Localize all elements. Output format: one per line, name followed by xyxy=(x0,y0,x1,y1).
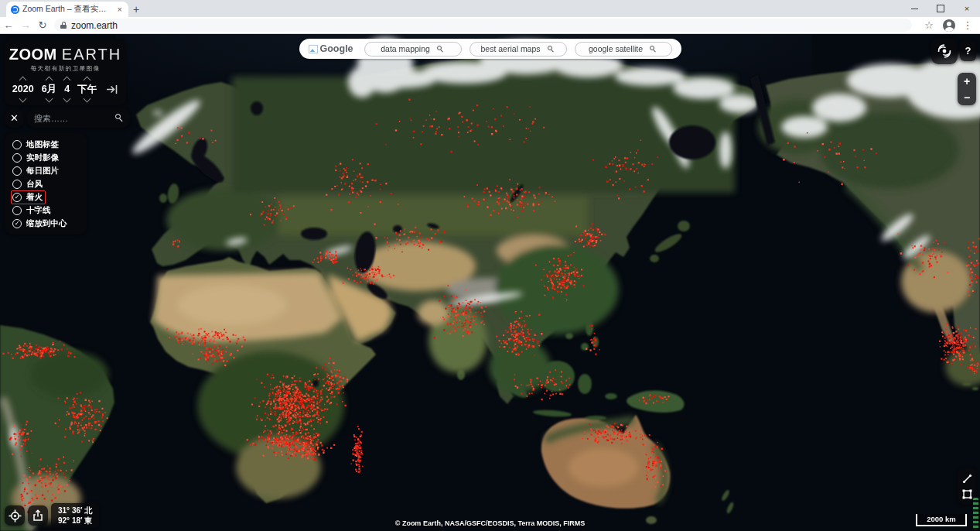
back-button[interactable]: ← xyxy=(0,19,17,31)
month-down-icon[interactable] xyxy=(45,95,53,103)
layer-item-6[interactable]: 十字线 xyxy=(9,204,83,217)
forward-button[interactable]: → xyxy=(17,19,34,31)
checked-circle-icon[interactable]: ✓ xyxy=(12,193,22,202)
layer-item-inner: 每日图片 xyxy=(11,164,62,178)
google-suggestion-pills: data mappingbest aerial mapsgoogle satel… xyxy=(364,42,672,57)
url-text: zoom.earth xyxy=(71,20,118,31)
scale-label: 2000 km xyxy=(927,516,956,523)
layer-item-1[interactable]: 地图标签 xyxy=(9,138,83,151)
google-pill-data-mapping[interactable]: data mapping xyxy=(364,42,462,57)
bookmark-star-icon[interactable]: ☆ xyxy=(920,19,938,31)
day-selector: 4 xyxy=(64,77,70,101)
brand-zoom: ZOOM xyxy=(9,46,57,63)
window-minimize-button[interactable] xyxy=(901,0,927,17)
layer-label: 台风 xyxy=(26,179,43,190)
layer-item-2[interactable]: 实时影像 xyxy=(9,151,83,164)
frame-area-icon xyxy=(961,488,973,500)
search-icon[interactable] xyxy=(114,113,125,123)
year-up-icon[interactable] xyxy=(19,77,27,84)
circle-icon[interactable] xyxy=(12,166,22,176)
restore-icon xyxy=(937,5,944,12)
storm-tracker-button[interactable] xyxy=(931,38,958,64)
year-value: 2020 xyxy=(12,84,34,94)
browser-menu-icon[interactable]: ⋮ xyxy=(960,19,975,31)
day-value: 4 xyxy=(64,84,70,94)
day-up-icon[interactable] xyxy=(63,77,71,84)
hurricane-icon xyxy=(936,43,953,60)
layer-item-3[interactable]: 每日图片 xyxy=(9,164,83,177)
scale-bar: 2000 km xyxy=(916,514,967,526)
search-input[interactable] xyxy=(32,113,114,124)
map-attribution: © Zoom Earth, NASA/GSFC/EOSDIS, Terra MO… xyxy=(0,519,980,527)
zoom-in-button[interactable]: + xyxy=(958,73,976,89)
skip-to-latest-button[interactable] xyxy=(106,84,118,94)
search-icon xyxy=(649,45,657,53)
day-down-icon[interactable] xyxy=(63,95,71,103)
search-icon xyxy=(547,45,555,53)
zoom-out-button[interactable]: − xyxy=(958,89,976,105)
circle-icon[interactable] xyxy=(12,153,22,163)
search-close-button[interactable]: ✕ xyxy=(5,108,24,128)
period-selector: 下午 xyxy=(77,77,97,101)
layer-label: 着火 xyxy=(26,192,43,203)
minimize-icon xyxy=(911,9,918,9)
google-logo: Google xyxy=(309,43,353,54)
browser-titlebar: Zoom Earth – 查看实时卫星图 × + × xyxy=(0,0,980,17)
layer-item-inner: ✓着火 xyxy=(11,190,46,204)
tab-close-icon[interactable]: × xyxy=(116,5,124,14)
period-up-icon[interactable] xyxy=(84,77,91,84)
browser-toolbar: ← → ↻ zoom.earth ☆ ⋮ xyxy=(0,17,980,34)
brand-tagline: 每天都有新的卫星图像 xyxy=(5,64,126,73)
address-bar[interactable]: zoom.earth xyxy=(54,19,912,32)
month-selector: 6月 xyxy=(42,77,56,101)
year-down-icon[interactable] xyxy=(19,95,27,103)
measure-distance-button[interactable] xyxy=(958,471,976,486)
browser-window: Zoom Earth – 查看实时卫星图 × + × ← → ↻ zoom.ea… xyxy=(0,0,980,531)
lock-icon xyxy=(60,22,67,29)
date-selector: 2020 6月 4 下午 xyxy=(5,77,126,101)
layer-item-5[interactable]: ✓着火 xyxy=(9,190,83,204)
google-logo-text: Google xyxy=(320,43,353,54)
month-up-icon[interactable] xyxy=(45,77,53,84)
google-pill-google-satellite[interactable]: google satellite xyxy=(575,42,672,57)
broken-image-icon xyxy=(309,45,318,53)
year-selector: 2020 xyxy=(12,77,34,101)
period-value: 下午 xyxy=(77,84,97,94)
ruler-line-icon xyxy=(961,473,973,485)
layer-item-inner: 十字线 xyxy=(11,204,54,218)
layer-item-inner: 实时影像 xyxy=(11,151,62,165)
google-search-bar: Google data mappingbest aerial mapsgoogl… xyxy=(299,39,681,59)
layer-item-7[interactable]: ✓缩放到中心 xyxy=(9,217,83,230)
brand-title: ZOOM EARTH xyxy=(5,46,126,63)
latitude-value: 31° 36′ 北 xyxy=(58,505,92,516)
google-pill-best-aerial-maps[interactable]: best aerial maps xyxy=(470,42,567,57)
layer-item-inner: ✓缩放到中心 xyxy=(11,217,70,231)
circle-icon[interactable] xyxy=(12,140,22,149)
arrow-to-end-icon xyxy=(106,84,118,94)
google-pill-label: best aerial maps xyxy=(481,44,541,53)
layer-label: 实时影像 xyxy=(26,152,59,163)
tab-title: Zoom Earth – 查看实时卫星图 xyxy=(22,4,113,15)
layer-item-4[interactable]: 台风 xyxy=(9,177,83,190)
window-restore-button[interactable] xyxy=(927,0,954,17)
profile-avatar[interactable] xyxy=(943,19,955,32)
circle-icon[interactable] xyxy=(12,206,22,215)
period-down-icon[interactable] xyxy=(84,95,91,103)
help-button[interactable]: ? xyxy=(960,40,976,61)
search-box[interactable] xyxy=(27,108,130,128)
new-tab-button[interactable]: + xyxy=(133,3,139,15)
google-pill-label: data mapping xyxy=(381,44,430,53)
zoom-earth-panel: ZOOM EARTH 每天都有新的卫星图像 2020 6月 4 xyxy=(5,39,126,105)
map-viewport: ZOOM EARTH 每天都有新的卫星图像 2020 6月 4 xyxy=(0,34,980,531)
month-value: 6月 xyxy=(42,84,56,94)
layer-item-inner: 地图标签 xyxy=(11,138,62,152)
zoom-controls: + − xyxy=(958,73,976,105)
layer-label: 每日图片 xyxy=(26,166,59,176)
fire-dots-layer xyxy=(0,34,980,531)
layer-label: 十字线 xyxy=(26,205,51,216)
checked-circle-icon[interactable]: ✓ xyxy=(12,219,22,228)
browser-tab[interactable]: Zoom Earth – 查看实时卫星图 × xyxy=(6,2,128,17)
reload-button[interactable]: ↻ xyxy=(34,19,51,31)
circle-icon[interactable] xyxy=(12,180,22,189)
window-close-button[interactable]: × xyxy=(954,0,980,17)
